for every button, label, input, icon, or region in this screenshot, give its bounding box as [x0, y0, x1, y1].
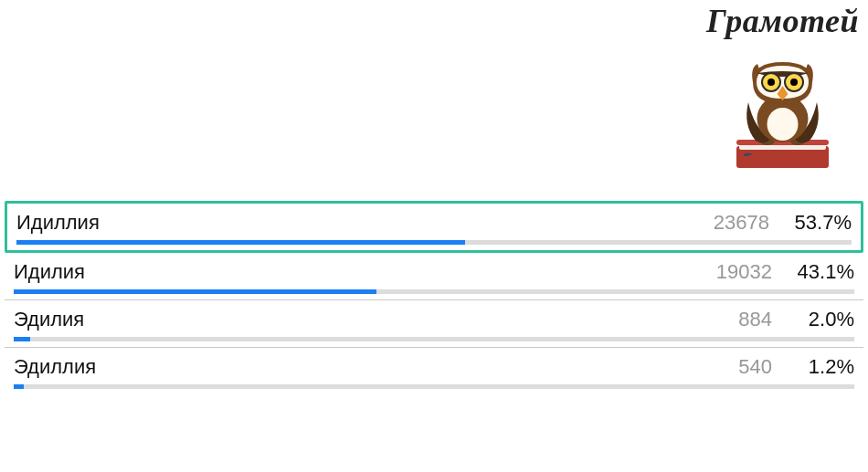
- progress-bar-fill: [14, 289, 376, 294]
- poll-option[interactable]: Идилия 19032 43.1%: [5, 253, 863, 300]
- svg-point-11: [767, 79, 775, 86]
- option-count: 540: [699, 355, 772, 379]
- option-percent: 53.7%: [769, 211, 852, 235]
- progress-bar-fill: [14, 337, 30, 341]
- progress-bar: [16, 240, 852, 245]
- option-label: Эдилия: [14, 308, 699, 331]
- poll-option[interactable]: Эдиллия 540 1.2%: [5, 348, 863, 394]
- option-percent: 43.1%: [772, 260, 854, 284]
- progress-bar-fill: [16, 240, 465, 245]
- option-label: Идилия: [14, 260, 699, 284]
- svg-point-6: [767, 108, 799, 141]
- logo-text: Грамотей: [706, 2, 859, 40]
- progress-bar: [14, 337, 854, 341]
- option-label: Идиллия: [16, 211, 696, 235]
- poll-results: Идиллия 23678 53.7% Идилия 19032 43.1% Э…: [5, 201, 863, 394]
- option-count: 884: [699, 308, 772, 331]
- progress-bar-fill: [14, 384, 24, 389]
- option-label: Эдиллия: [14, 355, 699, 379]
- option-percent: 2.0%: [772, 308, 854, 331]
- option-count: 23678: [696, 211, 769, 235]
- progress-bar: [14, 384, 854, 389]
- option-count: 19032: [699, 260, 772, 284]
- app-logo: Грамотей: [706, 2, 859, 179]
- option-percent: 1.2%: [772, 355, 854, 379]
- owl-on-book-icon: [706, 38, 859, 179]
- progress-bar: [14, 289, 854, 294]
- poll-option[interactable]: Эдилия 884 2.0%: [5, 300, 863, 348]
- poll-option[interactable]: Идиллия 23678 53.7%: [5, 201, 863, 253]
- svg-point-12: [790, 79, 798, 86]
